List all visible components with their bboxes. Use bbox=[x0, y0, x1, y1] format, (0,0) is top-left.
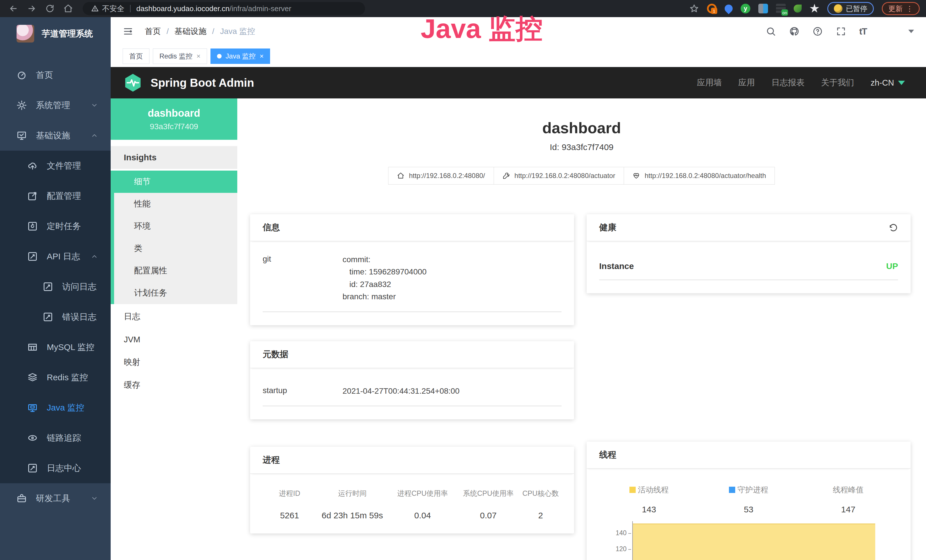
sba-menu-logging[interactable]: 日志 bbox=[110, 305, 237, 328]
health-url: http://192.168.0.2:48080/actuator/health bbox=[645, 172, 766, 180]
paused-badge[interactable]: 已暂停 bbox=[827, 2, 874, 15]
hamburger-icon[interactable] bbox=[123, 26, 133, 37]
reload-icon[interactable] bbox=[45, 4, 55, 14]
extension-colorzilla-icon[interactable]: 1 bbox=[707, 4, 717, 14]
font-size-icon[interactable]: tT bbox=[859, 26, 867, 37]
git-id-line: id: 27aa832 bbox=[342, 278, 427, 291]
row-underline bbox=[599, 280, 898, 280]
sidebar-item-access-log[interactable]: 访问日志 bbox=[0, 272, 110, 302]
sba-menu-group-insights[interactable]: Insights bbox=[110, 146, 237, 169]
breadcrumb-infra[interactable]: 基础设施 bbox=[174, 26, 206, 37]
sidebar-item-files[interactable]: 文件管理 bbox=[0, 151, 110, 181]
process-card-header: 进程 bbox=[250, 447, 574, 474]
sidebar-item-mysql[interactable]: MySQL 监控 bbox=[0, 332, 110, 362]
history-icon[interactable] bbox=[888, 223, 898, 233]
fullscreen-icon[interactable] bbox=[836, 26, 846, 36]
legend-peak-threads: 线程峰值 bbox=[799, 485, 898, 495]
home-icon[interactable] bbox=[63, 4, 73, 14]
sba-menu-config-props[interactable]: 配置属性 bbox=[114, 260, 237, 282]
close-icon[interactable]: × bbox=[197, 52, 200, 60]
sidebar-item-config[interactable]: 配置管理 bbox=[0, 181, 110, 211]
extension-y-icon[interactable]: y bbox=[741, 4, 750, 14]
chevron-up-icon bbox=[91, 132, 98, 139]
sidebar-item-java-monitor[interactable]: Java 监控 bbox=[0, 392, 110, 423]
breadcrumb-separator: / bbox=[212, 27, 215, 36]
tab-redis-monitor[interactable]: Redis 监控 × bbox=[153, 48, 207, 64]
sba-menu-environment[interactable]: 环境 bbox=[114, 215, 237, 238]
sidebar-item-log-center[interactable]: 日志中心 bbox=[0, 453, 110, 483]
url-path: /infra/admin-server bbox=[230, 4, 292, 13]
breadcrumb-current: Java 监控 bbox=[220, 26, 255, 37]
extension-switch-icon[interactable]: on bbox=[776, 4, 786, 14]
info-row-git: git commit: time: 1596289704000 id: 27aa… bbox=[263, 253, 561, 303]
sba-locale-select[interactable]: zh-CN bbox=[871, 78, 905, 88]
monitor-check-icon bbox=[17, 130, 27, 141]
sidebar-item-system[interactable]: 系统管理 bbox=[0, 90, 110, 120]
sidebar-item-label: 首页 bbox=[36, 69, 53, 81]
row-underline bbox=[263, 406, 561, 406]
address-bar[interactable]: 不安全 dashboard.yudao.iocoder.cn/infra/adm… bbox=[83, 2, 365, 15]
process-value-uptime: 6d 23h 15m 59s bbox=[316, 511, 389, 520]
process-header-cpus: CPU核心数 bbox=[520, 489, 561, 498]
extension-pin-icon[interactable] bbox=[723, 3, 734, 14]
sidebar-item-infra[interactable]: 基础设施 bbox=[0, 120, 110, 151]
health-url-button[interactable]: http://192.168.0.2:48080/actuator/health bbox=[624, 167, 775, 185]
tab-java-monitor[interactable]: Java 监控 × bbox=[210, 48, 270, 64]
sba-menu-classes[interactable]: 类 bbox=[114, 238, 237, 260]
service-url-button[interactable]: http://192.168.0.2:48080/ bbox=[388, 167, 494, 185]
app-logo-row: 芋道管理系统 bbox=[0, 17, 110, 50]
avatar[interactable] bbox=[880, 22, 895, 41]
sba-menu-metrics[interactable]: 性能 bbox=[114, 193, 237, 215]
sba-menu-caches[interactable]: 缓存 bbox=[110, 374, 237, 397]
sba-nav-wallboard[interactable]: 应用墙 bbox=[697, 77, 722, 88]
url-host: dashboard.yudao.iocoder.cn bbox=[136, 4, 230, 13]
tab-home[interactable]: 首页 bbox=[123, 48, 150, 64]
sidebar-item-label: Redis 监控 bbox=[47, 372, 88, 383]
annotation-overlay-text: Java 监控 bbox=[421, 11, 543, 47]
security-label: 不安全 bbox=[102, 4, 124, 14]
caret-down-icon[interactable] bbox=[908, 30, 914, 33]
sidebar-item-tracing[interactable]: 链路追踪 bbox=[0, 423, 110, 453]
sidebar-item-redis[interactable]: Redis 监控 bbox=[0, 362, 110, 392]
sba-body: dashboard 93a3fc7f7409 Insights 细节 性能 环境… bbox=[110, 98, 926, 560]
search-icon[interactable] bbox=[766, 26, 776, 36]
sba-nav-applications[interactable]: 应用 bbox=[738, 77, 755, 88]
sba-menu-details[interactable]: 细节 bbox=[114, 171, 237, 193]
health-instance-row[interactable]: Instance UP bbox=[599, 261, 898, 271]
sba-menu-scheduled-tasks[interactable]: 计划任务 bbox=[114, 282, 237, 304]
threads-area-chart: 140 120 100 bbox=[599, 525, 898, 560]
extension-puzzle-icon[interactable] bbox=[809, 4, 819, 14]
briefcase-icon bbox=[17, 493, 27, 504]
instance-url-row: http://192.168.0.2:48080/ http://192.168… bbox=[237, 167, 926, 185]
legend-live-threads: 活动线程 bbox=[599, 485, 699, 495]
sidebar-item-error-log[interactable]: 错误日志 bbox=[0, 302, 110, 332]
threads-card-header: 线程 bbox=[587, 442, 911, 469]
sidebar-item-api-log[interactable]: API 日志 bbox=[0, 241, 110, 272]
log-edit-icon bbox=[43, 312, 53, 322]
github-icon[interactable] bbox=[789, 26, 799, 36]
sidebar-item-jobs[interactable]: 定时任务 bbox=[0, 211, 110, 241]
help-icon[interactable] bbox=[813, 26, 823, 36]
sba-nav-journal[interactable]: 日志报表 bbox=[772, 77, 805, 88]
update-button[interactable]: 更新 ⋮ bbox=[882, 2, 920, 15]
breadcrumb-home[interactable]: 首页 bbox=[145, 26, 161, 37]
extension-on-badge: on bbox=[781, 9, 788, 16]
process-value-pid: 5261 bbox=[263, 511, 316, 520]
bookmark-star-icon[interactable] bbox=[689, 4, 699, 14]
sba-menu-mappings[interactable]: 映射 bbox=[110, 351, 237, 374]
sidebar-item-dev-tools[interactable]: 研发工具 bbox=[0, 483, 110, 513]
sba-instance-header[interactable]: dashboard 93a3fc7f7409 bbox=[110, 98, 237, 140]
live-threads-area bbox=[633, 524, 875, 560]
sidebar-item-label: 定时任务 bbox=[47, 221, 81, 232]
sba-nav-about[interactable]: 关于我们 bbox=[821, 77, 854, 88]
extension-grid-icon[interactable] bbox=[758, 4, 768, 14]
eye-icon bbox=[27, 433, 38, 443]
forward-icon[interactable] bbox=[27, 4, 36, 14]
sba-menu-jvm[interactable]: JVM bbox=[110, 328, 237, 351]
actuator-url-button[interactable]: http://192.168.0.2:48080/actuator bbox=[494, 167, 624, 185]
sidebar-item-label: 配置管理 bbox=[47, 190, 81, 202]
back-icon[interactable] bbox=[9, 4, 18, 14]
sidebar-item-home[interactable]: 首页 bbox=[0, 60, 110, 90]
extension-leaf-icon[interactable] bbox=[794, 5, 802, 12]
close-icon[interactable]: × bbox=[260, 52, 263, 60]
